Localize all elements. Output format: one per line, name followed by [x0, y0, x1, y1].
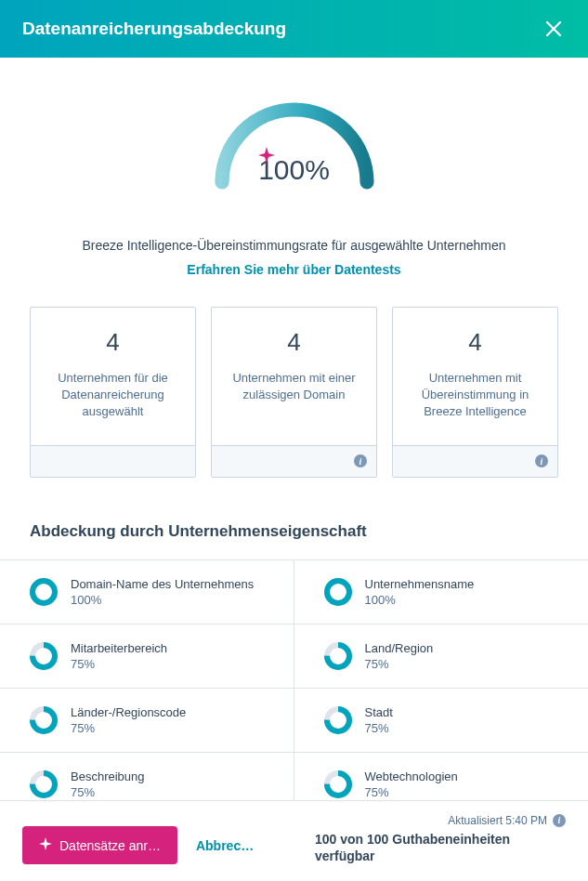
enrich-button-label: Datensätze anr…: [59, 838, 161, 853]
property-name: Stadt: [365, 705, 393, 719]
property-cell: Unternehmensname100%: [294, 560, 589, 625]
property-percent: 75%: [365, 721, 393, 735]
card-matched: 4 Unternehmen mit Übereinstimmung in Bre…: [392, 307, 558, 478]
property-cell: Länder-/Regionscode75%: [0, 689, 294, 753]
learn-more-link[interactable]: Erfahren Sie mehr über Datentests: [30, 262, 558, 277]
progress-ring-icon: [30, 578, 58, 606]
close-icon: [545, 20, 562, 37]
property-name: Mitarbeiterbereich: [71, 641, 167, 655]
updated-text: Aktualisiert 5:40 PM: [448, 814, 547, 827]
property-percent: 100%: [71, 593, 254, 607]
info-icon[interactable]: i: [354, 454, 367, 467]
property-percent: 75%: [365, 785, 458, 799]
property-name: Beschreibung: [71, 769, 145, 783]
modal-header: Datenanreicherungsabdeckung: [0, 0, 588, 58]
modal-title: Datenanreicherungsabdeckung: [22, 19, 286, 39]
info-icon[interactable]: i: [553, 814, 566, 827]
property-cell: Domain-Name des Unternehmens100%: [0, 560, 294, 625]
footer-info: Aktualisiert 5:40 PM i 100 von 100 Gutha…: [315, 814, 566, 864]
progress-ring-icon: [30, 770, 58, 798]
modal-content: 100% Breeze Intelligence-Übereinstimmung…: [0, 58, 588, 817]
progress-ring-icon: [324, 578, 352, 606]
property-name: Domain-Name des Unternehmens: [71, 577, 254, 591]
modal-footer: Datensätze anr… Abbrec… Aktualisiert 5:4…: [0, 800, 588, 881]
enrich-button[interactable]: Datensätze anr…: [22, 826, 177, 864]
property-percent: 75%: [71, 657, 167, 671]
card-count: 4: [223, 328, 365, 357]
summary-cards: 4 Unternehmen für die Datenanreicherung …: [30, 307, 558, 478]
cancel-button[interactable]: Abbrec…: [196, 827, 254, 864]
property-name: Land/Region: [365, 641, 434, 655]
progress-ring-icon: [324, 642, 352, 670]
progress-ring-icon: [30, 642, 58, 670]
property-percent: 75%: [365, 657, 434, 671]
card-selected: 4 Unternehmen für die Datenanreicherung …: [30, 307, 196, 478]
property-name: Länder-/Regionscode: [71, 705, 186, 719]
card-count: 4: [42, 328, 184, 357]
gauge-chart: 100%: [206, 89, 383, 191]
card-count: 4: [404, 328, 546, 357]
property-name: Unternehmensname: [365, 577, 475, 591]
property-name: Webtechnologien: [365, 769, 458, 783]
sparkle-icon: [39, 837, 52, 853]
svg-point-3: [327, 581, 349, 603]
section-title: Abdeckung durch Unternehmenseigenschaft: [30, 522, 558, 541]
property-grid: Domain-Name des Unternehmens100%Unterneh…: [0, 559, 588, 817]
property-cell: Stadt75%: [294, 689, 589, 753]
card-valid-domain: 4 Unternehmen mit einer zulässigen Domai…: [211, 307, 377, 478]
subtitle-text: Breeze Intelligence-Übereinstimmungsrate…: [30, 238, 558, 253]
card-label: Unternehmen für die Datenanreicherung au…: [42, 370, 184, 421]
property-percent: 75%: [71, 785, 145, 799]
info-icon[interactable]: i: [535, 454, 548, 467]
credits-text: 100 von 100 Guthabeneinheiten verfügbar: [315, 831, 566, 864]
property-percent: 75%: [71, 721, 186, 735]
svg-point-1: [33, 581, 55, 603]
property-cell: Mitarbeiterbereich75%: [0, 625, 294, 689]
progress-ring-icon: [324, 770, 352, 798]
property-percent: 100%: [365, 593, 475, 607]
progress-ring-icon: [30, 706, 58, 734]
card-label: Unternehmen mit einer zulässigen Domain: [223, 370, 365, 403]
gauge-wrap: 100%: [30, 89, 558, 191]
progress-ring-icon: [324, 706, 352, 734]
card-label: Unternehmen mit Übereinstimmung in Breez…: [404, 370, 546, 421]
close-button[interactable]: [542, 17, 566, 41]
property-cell: Land/Region75%: [294, 625, 589, 689]
